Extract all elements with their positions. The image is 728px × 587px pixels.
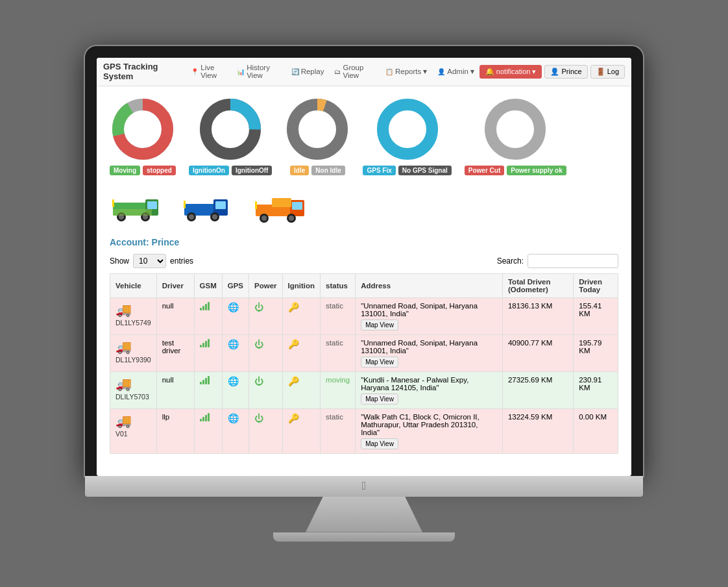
search-label: Search: xyxy=(497,256,524,266)
gps-chart: GPS Fix No GPS Signal xyxy=(363,97,451,175)
col-address: Address xyxy=(356,273,503,297)
driver-cell: test driver xyxy=(156,334,194,371)
signal-bar-2 xyxy=(202,343,204,347)
navbar-brand: GPS Tracking System xyxy=(103,62,178,81)
nav-group-view[interactable]: 🗂 Group View xyxy=(329,64,380,79)
nav-history-view[interactable]: 📊 History View xyxy=(232,64,285,79)
signal-bar-3 xyxy=(205,341,207,347)
nav-reports[interactable]: 📋 Reports ▾ xyxy=(380,67,432,76)
search-input[interactable] xyxy=(528,254,618,268)
col-vehicle: Vehicle xyxy=(110,273,157,297)
idle-donut-svg xyxy=(285,97,350,162)
vehicle-cell: 🚚 DLILY5703 xyxy=(110,371,157,408)
ignition-key-icon: 🔑 xyxy=(288,302,299,312)
status-cell: static xyxy=(321,408,356,453)
reports-icon: 📋 xyxy=(385,68,393,75)
reports-dropdown-icon: ▾ xyxy=(423,67,427,76)
gsm-signal-bars xyxy=(200,302,217,310)
nav-live-view[interactable]: 📍 Live View xyxy=(186,64,232,79)
col-driver: Driver xyxy=(156,273,194,297)
power-cell: ⏻ xyxy=(249,371,283,408)
movement-donut-svg xyxy=(110,97,175,162)
status-cell: static xyxy=(321,334,356,371)
odometer-cell: 18136.13 KM xyxy=(502,297,573,334)
nav-admin[interactable]: 👤 Admin ▾ xyxy=(432,67,479,76)
address-text: "Kundli - Manesar - Palwal Expy, Haryana… xyxy=(361,376,468,392)
gsm-signal-bars xyxy=(200,339,217,347)
svg-point-26 xyxy=(189,214,194,219)
main-content: Moving stopped IgnitionOn I xyxy=(97,86,631,476)
green-truck-svg xyxy=(110,190,162,222)
notification-button[interactable]: 🔔 notification ▾ xyxy=(479,65,542,79)
idle-chart: Idle Non Idle xyxy=(285,97,350,175)
svg-rect-39 xyxy=(255,201,257,209)
svg-point-3 xyxy=(125,111,161,147)
map-view-button[interactable]: Map View xyxy=(361,393,398,405)
svg-point-37 xyxy=(289,216,294,221)
signal-bar-3 xyxy=(205,415,207,421)
ignition-donut-svg xyxy=(198,97,263,162)
power-on-icon: ⏻ xyxy=(254,376,263,386)
col-gsm: GSM xyxy=(194,273,222,297)
table-row: 🚚 V01 llp 🌐⏻🔑static"Walk Path C1, Block … xyxy=(110,408,618,453)
entries-select[interactable]: 10 25 50 100 xyxy=(133,254,166,268)
vehicle-cell: 🚚 V01 xyxy=(110,408,157,453)
nav-replay[interactable]: 🔄 Replay xyxy=(286,68,330,75)
movement-labels: Moving stopped xyxy=(110,166,176,175)
svg-rect-29 xyxy=(215,201,226,209)
navbar: GPS Tracking System 📍 Live View 📊 Histor… xyxy=(97,58,631,86)
gps-donut-svg xyxy=(375,97,440,162)
svg-point-6 xyxy=(212,111,249,147)
signal-bar-4 xyxy=(208,302,210,310)
signal-bar-1 xyxy=(200,382,202,384)
map-view-button[interactable]: Map View xyxy=(361,438,398,449)
logout-icon: 🚪 xyxy=(596,68,605,76)
data-table: Vehicle Driver GSM GPS Power Ignition st… xyxy=(110,273,618,454)
col-gps: GPS xyxy=(222,273,249,297)
truck-green xyxy=(110,190,162,225)
svg-rect-38 xyxy=(292,202,302,210)
power-cell: ⏻ xyxy=(249,297,283,334)
imac-display: GPS Tracking System 📍 Live View 📊 Histor… xyxy=(97,58,631,476)
map-pin-icon: 📍 xyxy=(191,68,199,75)
address-cell: "Unnamed Road, Sonipat, Haryana 131001, … xyxy=(356,297,503,334)
apple-logo-icon:  xyxy=(362,479,367,493)
status-badge: static xyxy=(326,302,343,310)
signal-bar-3 xyxy=(205,304,207,310)
status-badge: static xyxy=(326,413,343,421)
chart-icon: 📊 xyxy=(237,68,245,75)
yellow-truck-svg xyxy=(252,188,311,224)
address-cell: "Unnamed Road, Sonipat, Haryana 131001, … xyxy=(356,334,503,371)
power-on-icon: ⏻ xyxy=(254,302,263,312)
gps-cell: 🌐 xyxy=(222,297,249,334)
map-view-button[interactable]: Map View xyxy=(361,319,398,331)
power-labels: Power Cut Power supply ok xyxy=(465,166,566,175)
ignition-labels: IgnitionOn IgnitionOff xyxy=(189,166,273,175)
vehicle-id: DL1LY5749 xyxy=(115,319,151,327)
non-idle-badge: Non Idle xyxy=(311,166,345,175)
moving-badge: Moving xyxy=(110,166,140,175)
logout-button[interactable]: 🚪 Log xyxy=(590,65,625,79)
gps-cell: 🌐 xyxy=(222,408,249,453)
truck-icon: 🚚 xyxy=(115,339,132,355)
gsm-signal-bars xyxy=(200,376,217,384)
ignition-cell: 🔑 xyxy=(282,297,321,334)
table-controls: Show 10 25 50 100 entries Search: xyxy=(110,254,618,268)
driven-today-cell: 0.00 KM xyxy=(574,408,618,453)
gps-labels: GPS Fix No GPS Signal xyxy=(363,166,451,175)
ignition-off-badge: IgnitionOff xyxy=(232,166,273,175)
imac-wrapper: GPS Tracking System 📍 Live View 📊 Histor… xyxy=(85,46,643,542)
odometer-cell: 13224.59 KM xyxy=(502,408,573,453)
user-button[interactable]: 👤 Prince xyxy=(544,65,587,79)
admin-dropdown-icon: ▾ xyxy=(470,67,474,76)
driver-cell: null xyxy=(156,297,194,334)
vehicle-id: DLILY5703 xyxy=(115,393,149,401)
show-label: Show xyxy=(110,256,129,266)
account-title: Account: Prince xyxy=(110,237,618,247)
status-badge: static xyxy=(326,339,343,347)
ignition-key-icon: 🔑 xyxy=(288,339,299,349)
svg-point-11 xyxy=(389,111,426,147)
map-view-button[interactable]: Map View xyxy=(361,356,398,368)
power-cell: ⏻ xyxy=(249,408,283,453)
table-header-row: Vehicle Driver GSM GPS Power Ignition st… xyxy=(110,273,618,297)
